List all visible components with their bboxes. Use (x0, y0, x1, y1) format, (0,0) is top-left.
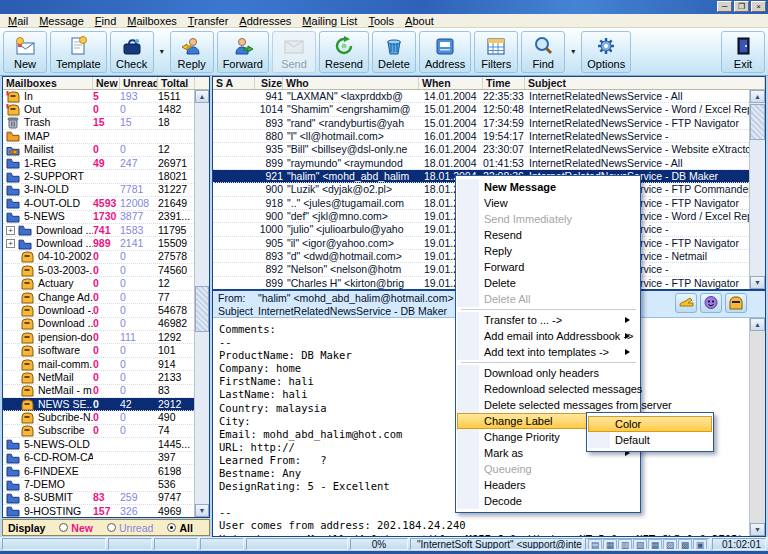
mailbox-row[interactable]: 3-IN-OLD778131227 (3, 184, 194, 197)
scroll-down-icon[interactable]: ▼ (750, 523, 765, 536)
chevron-down-icon[interactable]: ▾ (157, 47, 167, 56)
message-row[interactable]: 880"l" <ll@hotmail.com>16.01.200419:54:1… (213, 130, 749, 143)
mailbox-row[interactable]: +Download ...741158311795 (3, 224, 194, 237)
mailbox-row[interactable]: ipension-do...01111292 (3, 331, 194, 344)
chevron-down-icon[interactable]: ▾ (568, 47, 578, 56)
mailbox-row[interactable]: Actuary0012 (3, 277, 194, 290)
radio-icon[interactable] (59, 523, 68, 532)
menubar-item-about[interactable]: About (402, 15, 442, 27)
mailbox-row[interactable]: Download ...0046982 (3, 318, 194, 331)
layout-grid-3-icon[interactable]: ▥ (618, 539, 632, 550)
message-list-column-header[interactable]: Subject (525, 77, 765, 89)
mailbox-row[interactable]: 9-HOSTING1573264969 (3, 505, 194, 517)
scroll-down-icon[interactable]: ▼ (195, 504, 209, 517)
menubar-item-find[interactable]: Find (92, 15, 124, 27)
scroll-up-icon[interactable]: ▲ (750, 318, 765, 331)
mailboxes-column-header[interactable]: Mailboxes (3, 77, 93, 89)
message-list-column-header[interactable]: Size (255, 77, 283, 89)
context-menu-item-redownload-selected-messages[interactable]: Redownload selected messages (457, 381, 639, 397)
display-option-unread[interactable]: Unread (107, 522, 153, 534)
close-button[interactable]: × (751, 1, 766, 12)
minimize-button[interactable]: ─ (717, 1, 732, 12)
mailbox-row[interactable]: 5-03-2003-...0074560 (3, 264, 194, 277)
layout-grid-6-icon[interactable]: ▨ (663, 539, 677, 550)
menubar-item-mail[interactable]: Mail (5, 15, 36, 27)
message-row[interactable]: 941"LAXMAN" <laxprddxb@14.01.200422:35:3… (213, 90, 749, 103)
context-menu-item-transfer-to[interactable]: Transfer to ... -> (457, 312, 639, 328)
mailbox-row[interactable]: Out001482 (3, 103, 194, 116)
layout-grid-1-icon[interactable]: ▤ (588, 539, 602, 550)
preview-scrollbar[interactable]: ▲ ▼ (749, 318, 765, 536)
layout-grid-4-icon[interactable]: ▧ (633, 539, 647, 550)
mailbox-row[interactable]: 5-NEWS-OLD1445... (3, 438, 194, 451)
context-menu-item-view[interactable]: View (457, 195, 639, 211)
context-menu-item-new-message[interactable]: New Message (457, 179, 639, 195)
mailbox-row[interactable]: isoftware00101 (3, 344, 194, 357)
mailbox-row[interactable]: 4-OUT-OLD45931200821649 (3, 197, 194, 210)
mailbox-row[interactable]: Change Ad...0077 (3, 291, 194, 304)
resend-button[interactable]: Resend (319, 31, 369, 73)
message-row[interactable]: 893"rand" <randyburtis@yah15.01.200417:3… (213, 117, 749, 130)
mailboxes-column-header[interactable]: Unread (120, 77, 158, 89)
message-list-column-header[interactable]: When (419, 77, 483, 89)
reply-button[interactable]: Reply (170, 31, 214, 73)
context-menu-item-forward[interactable]: Forward (457, 259, 639, 275)
maximize-button[interactable]: ❐ (734, 1, 749, 12)
forward-button[interactable]: Forward (217, 31, 269, 73)
message-list-column-header[interactable]: Time (483, 77, 525, 89)
context-menu-item-resend[interactable]: Resend (457, 227, 639, 243)
scroll-thumb[interactable] (195, 286, 209, 332)
options-button[interactable]: Options (581, 31, 631, 73)
mailbox-row[interactable]: Subscribe0074 (3, 425, 194, 438)
message-row[interactable]: 1014"Shamim" <engrshamim@15.01.200412:50… (213, 103, 749, 116)
mailbox-row[interactable]: NEWS SE...0422912 (3, 398, 194, 411)
radio-icon[interactable] (167, 523, 176, 532)
context-menu-item-delete-selected-messages-from-server[interactable]: Delete selected messages from server (457, 397, 639, 413)
context-menu-item-reply[interactable]: Reply (457, 243, 639, 259)
scroll-up-icon[interactable]: ▲ (750, 90, 765, 103)
layout-grid-7-icon[interactable]: ▩ (678, 539, 692, 550)
menubar-item-tools[interactable]: Tools (365, 15, 402, 27)
mailbox-row[interactable]: 04-10-2002...0027578 (3, 251, 194, 264)
display-option-new[interactable]: New (59, 522, 93, 534)
mailbox-row[interactable]: mail-comm...00914 (3, 358, 194, 371)
message-row[interactable]: 935"Bill" <billsey@dsl-only.ne16.01.2004… (213, 143, 749, 156)
mailbox-row[interactable]: 7-DEMO536 (3, 478, 194, 491)
mailbox-row[interactable]: IMAP (3, 130, 194, 143)
context-menu-item-add-email-into-addressbook[interactable]: Add email into Addressbook -> (457, 328, 639, 344)
face-button[interactable] (700, 293, 722, 313)
mailbox-row[interactable]: 8-SUBMIT832599747 (3, 492, 194, 505)
mailbox-row[interactable]: 1-REG4924726971 (3, 157, 194, 170)
filters-button[interactable]: Filters (474, 31, 518, 73)
context-menu-item-delete[interactable]: Delete (457, 275, 639, 291)
address-button[interactable]: Address (419, 31, 471, 73)
template-button[interactable]: Template (50, 31, 107, 73)
expand-plus-icon[interactable]: + (6, 226, 15, 235)
display-option-all[interactable]: All (167, 522, 192, 534)
layout-grid-2-icon[interactable]: ▦ (603, 539, 617, 550)
mailbox-row[interactable]: NetMail - m...0083 (3, 385, 194, 398)
mailbox-row[interactable]: 6-CD-ROM-CA...397 (3, 452, 194, 465)
menubar-item-mailboxes[interactable]: Mailboxes (124, 15, 185, 27)
mailbox-row[interactable]: 5-NEWS173038772391... (3, 211, 194, 224)
mailbox-row[interactable]: Subcribe-N...00490 (3, 411, 194, 424)
mailboxes-scrollbar[interactable]: ▲ ▼ (194, 90, 209, 517)
mailbox-row[interactable]: Download -...0054678 (3, 304, 194, 317)
menubar-item-message[interactable]: Message (36, 15, 92, 27)
context-menu-item-download-only-headers[interactable]: Download only headers (457, 365, 639, 381)
save-icon[interactable]: ▣ (693, 539, 707, 550)
mailboxes-column-header[interactable]: Toltal (158, 77, 195, 89)
menubar-item-addresses[interactable]: Addresses (236, 15, 299, 27)
mailbox-small-button[interactable] (725, 293, 747, 313)
message-row[interactable]: 899"raymundo" <raymundod18.01.200401:41:… (213, 157, 749, 170)
context-menu-item-add-text-into-templates[interactable]: Add text into templates -> (457, 344, 639, 360)
title-bar[interactable]: ─ ❐ × (0, 0, 768, 14)
hand-button[interactable] (675, 293, 697, 313)
mailbox-row[interactable]: NetMail002133 (3, 371, 194, 384)
mailbox-row[interactable]: In51931511 (3, 90, 194, 103)
menubar-item-transfer[interactable]: Transfer (185, 15, 237, 27)
submenu-item-default[interactable]: Default (588, 432, 712, 448)
context-menu-item-headers[interactable]: Headers (457, 477, 639, 493)
mailbox-row[interactable]: 6-FINDEXE6198 (3, 465, 194, 478)
scroll-up-icon[interactable]: ▲ (195, 90, 209, 103)
